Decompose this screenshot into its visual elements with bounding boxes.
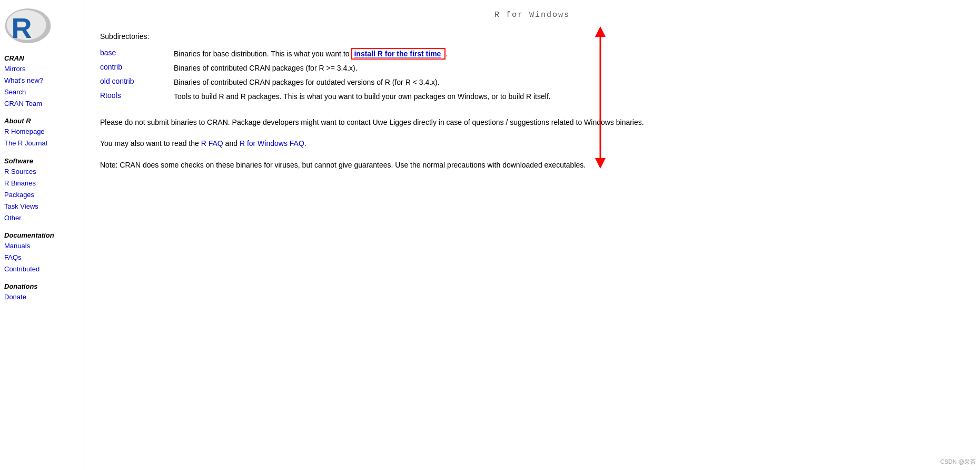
base-description: Binaries for base distribution. This is … [174, 47, 551, 61]
sidebar-label-cran: CRAN [4, 54, 80, 62]
paragraph-2: You may also want to read the R FAQ and … [100, 138, 679, 149]
table-row: contrib Binaries of contributed CRAN pac… [100, 61, 551, 75]
rtools-description: Tools to build R and R packages. This is… [174, 90, 551, 104]
sidebar-label-about-r: About R [4, 117, 80, 125]
sidebar-item-packages[interactable]: Packages [4, 189, 80, 201]
sidebar-section-about-r: About R R Homepage The R Journal [4, 117, 80, 149]
sidebar-section-cran: CRAN Mirrors What's new? Search CRAN Tea… [4, 54, 80, 110]
sidebar-item-donate[interactable]: Donate [4, 291, 80, 303]
install-highlight-box: install R for the first time [351, 48, 446, 60]
table-row: Rtools Tools to build R and R packages. … [100, 90, 551, 104]
sidebar-label-documentation: Documentation [4, 231, 80, 239]
sidebar-item-mirrors[interactable]: Mirrors [4, 63, 80, 75]
sidebar-item-search[interactable]: Search [4, 86, 80, 98]
table-row: old contrib Binaries of contributed CRAN… [100, 75, 551, 90]
sidebar-label-software: Software [4, 157, 80, 165]
sidebar: R CRAN Mirrors What's new? Search CRAN T… [0, 0, 84, 470]
old-contrib-description: Binaries of contributed CRAN packages fo… [174, 75, 551, 90]
page-title: R for Windows [100, 11, 964, 19]
sidebar-item-r-sources[interactable]: R Sources [4, 166, 80, 178]
sidebar-item-manuals[interactable]: Manuals [4, 240, 80, 252]
sidebar-item-task-views[interactable]: Task Views [4, 201, 80, 212]
r-logo: R [4, 5, 80, 45]
paragraph-3: Note: CRAN does some checks on these bin… [100, 159, 679, 171]
sidebar-item-r-binaries[interactable]: R Binaries [4, 178, 80, 189]
csdn-watermark: CSDN @采茶 [941, 458, 976, 466]
sidebar-item-contributed[interactable]: Contributed [4, 263, 80, 275]
table-row: base Binaries for base distribution. Thi… [100, 47, 551, 61]
base-link[interactable]: base [100, 48, 116, 57]
rtools-link[interactable]: Rtools [100, 91, 121, 100]
r-faq-link[interactable]: R FAQ [201, 139, 223, 148]
sidebar-item-whatsnew[interactable]: What's new? [4, 75, 80, 86]
sidebar-item-r-journal[interactable]: The R Journal [4, 138, 80, 149]
directory-table: base Binaries for base distribution. Thi… [100, 47, 551, 104]
svg-text:R: R [12, 12, 32, 44]
paragraph-1: Please do not submit binaries to CRAN. P… [100, 116, 679, 128]
old-contrib-link[interactable]: old contrib [100, 77, 134, 85]
main-content: R for Windows Subdirectories: base Binar… [84, 0, 980, 470]
sidebar-item-cran-team[interactable]: CRAN Team [4, 98, 80, 110]
sidebar-item-other[interactable]: Other [4, 212, 80, 224]
sidebar-item-faqs[interactable]: FAQs [4, 252, 80, 263]
subdirectories-label: Subdirectories: [100, 32, 964, 41]
contrib-link[interactable]: contrib [100, 63, 122, 71]
sidebar-item-r-homepage[interactable]: R Homepage [4, 126, 80, 138]
sidebar-section-donations: Donations Donate [4, 282, 80, 303]
sidebar-section-software: Software R Sources R Binaries Packages T… [4, 157, 80, 224]
install-first-time-link[interactable]: install R for the first time [354, 50, 441, 58]
contrib-description: Binaries of contributed CRAN packages (f… [174, 61, 551, 75]
sidebar-label-donations: Donations [4, 282, 80, 290]
r-windows-faq-link[interactable]: R for Windows FAQ [240, 139, 304, 148]
sidebar-section-documentation: Documentation Manuals FAQs Contributed [4, 231, 80, 275]
